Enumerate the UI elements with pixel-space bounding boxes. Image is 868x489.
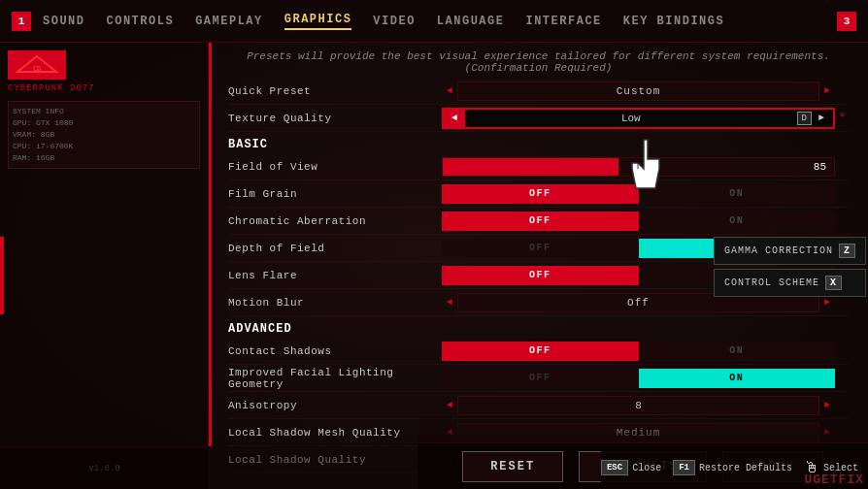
film-grain-row: Film Grain OFF ON (228, 180, 849, 208)
contact-shadows-label: Contact Shadows (228, 345, 442, 357)
anisotropy-prev[interactable]: ◄ (442, 400, 457, 410)
gamma-correction-button[interactable]: GAMMA CORRECTION Z (714, 237, 866, 265)
fov-row: Field of View 85 (228, 153, 849, 180)
left-sidebar: CD CYBERPUNK 2077 SYSTEM INFO GPU: GTX 1… (0, 43, 209, 489)
quick-preset-next[interactable]: ► (819, 85, 835, 96)
contact-shadows-off[interactable]: OFF (442, 342, 639, 361)
game-logo: CD (8, 50, 66, 80)
svg-text:CD: CD (33, 65, 41, 73)
film-grain-label: Film Grain (228, 188, 442, 200)
texture-value: Low (465, 113, 797, 124)
nav-item-sound[interactable]: SOUND (43, 15, 85, 28)
quick-preset-control: ◄ Custom ► (442, 81, 835, 102)
quick-preset-prev[interactable]: ◄ (442, 85, 457, 96)
lens-flare-label: Lens Flare (228, 270, 442, 281)
chromatic-control: OFF ON (442, 211, 835, 232)
control-scheme-button[interactable]: CONTROL SCHEME X (714, 269, 866, 297)
texture-quality-bar: ◄ Low D ► (442, 108, 835, 129)
version-info: v1.6.0 (88, 464, 119, 473)
motion-blur-label: Motion Blur (228, 297, 442, 309)
watermark: UGETFIX (804, 473, 864, 487)
facial-lighting-on[interactable]: ON (639, 369, 836, 388)
shadow-mesh-control: ◄ Medium ► (442, 422, 835, 443)
nav-item-video[interactable]: VIDEO (373, 15, 416, 28)
film-grain-off[interactable]: OFF (442, 184, 639, 204)
texture-quality-control: ◄ Low D ► (442, 108, 835, 129)
chromatic-toggle[interactable]: OFF ON (442, 212, 835, 231)
quick-preset-row: Quick Preset ◄ Custom ► (228, 78, 849, 105)
gamma-correction-key: Z (839, 244, 855, 258)
texture-next-btn[interactable]: ► (814, 113, 829, 123)
restore-key: F1 (673, 460, 695, 475)
nav-item-graphics[interactable]: GRAPHICS (284, 13, 352, 30)
sidebar-info-line: SYSTEM INFO (13, 106, 195, 117)
texture-key-group: D ► (797, 112, 833, 125)
sidebar-accent-bar (0, 237, 4, 314)
sidebar-info-line-5: RAM: 16GB (13, 152, 195, 164)
motion-blur-prev[interactable]: ◄ (442, 297, 457, 308)
dof-off[interactable]: OFF (442, 239, 639, 258)
close-key: ESC (601, 460, 628, 475)
anisotropy-next[interactable]: ► (819, 400, 835, 410)
close-label: Close (632, 463, 661, 473)
shadow-mesh-next[interactable]: ► (819, 427, 835, 438)
texture-quality-label: Texture Quality (228, 113, 442, 124)
select-label: Select (823, 463, 858, 473)
motion-blur-next[interactable]: ► (819, 297, 835, 308)
texture-prev-btn[interactable]: ◄ (444, 110, 465, 127)
sidebar-info-line-4: CPU: i7-8700K (13, 141, 195, 152)
shadow-mesh-value: Medium (457, 423, 819, 442)
nav-item-keybindings[interactable]: KEY BINDINGS (623, 15, 724, 28)
anisotropy-control: ◄ 8 ► (442, 395, 835, 416)
nav-item-language[interactable]: LANGUAGE (437, 15, 505, 28)
nav-item-controls[interactable]: CoNTROLS (107, 15, 175, 28)
section-basic: Basic (228, 132, 849, 153)
fov-label: Field of View (228, 161, 442, 173)
sidebar-title: CYBERPUNK 2077 (8, 83, 200, 93)
chromatic-label: Chromatic Aberration (228, 215, 442, 227)
section-advanced: Advanced (228, 316, 849, 338)
facial-lighting-row: Improved Facial Lighting Geometry OFF ON (228, 365, 849, 392)
facial-lighting-control: OFF ON (442, 368, 835, 389)
shadow-mesh-label: Local Shadow Mesh Quality (228, 427, 442, 439)
sidebar-info-line-3: VRAM: 8GB (13, 129, 195, 141)
chromatic-row: Chromatic Aberration OFF ON (228, 208, 849, 235)
fov-control: 85 (442, 156, 835, 178)
fov-slider[interactable]: 85 (442, 157, 835, 177)
nav-items: SOUND CoNTROLS GAMEPLAY GRAPHICS VIDEO L… (43, 13, 837, 30)
facial-lighting-toggle[interactable]: OFF ON (442, 369, 835, 388)
bottom-left-info: v1.6.0 (0, 446, 209, 489)
quick-preset-label: Quick Preset (228, 85, 442, 97)
nav-item-gameplay[interactable]: GAMEPLAY (195, 15, 263, 28)
chromatic-off[interactable]: OFF (442, 212, 639, 231)
quick-preset-value: Custom (457, 82, 819, 101)
facial-lighting-off[interactable]: OFF (442, 369, 639, 388)
gamma-correction-label: GAMMA CORRECTION (724, 245, 833, 256)
control-scheme-label: CONTROL SCHEME (724, 277, 819, 288)
anisotropy-label: Anisotropy (228, 400, 442, 411)
anisotropy-value: 8 (457, 396, 819, 415)
contact-shadows-toggle[interactable]: OFF ON (442, 342, 835, 361)
shadow-mesh-prev[interactable]: ◄ (442, 427, 457, 438)
restore-control: F1 Restore Defaults (673, 460, 792, 475)
preset-notice: Presets will provide the best visual exp… (209, 43, 868, 78)
reset-button[interactable]: RESET (462, 451, 563, 482)
contact-shadows-control: OFF ON (442, 341, 835, 362)
nav-bar: 1 SOUND CoNTROLS GAMEPLAY GRAPHICS VIDEO… (0, 0, 868, 43)
dof-label: Depth of Field (228, 243, 442, 254)
texture-key-d: D (797, 112, 812, 125)
nav-badge-left: 1 (12, 12, 31, 31)
fov-value: 85 (814, 161, 826, 173)
chromatic-on[interactable]: ON (639, 212, 836, 231)
film-grain-on[interactable]: ON (639, 184, 836, 204)
nav-badge-right: 3 (837, 12, 856, 31)
film-grain-toggle[interactable]: OFF ON (442, 184, 835, 204)
nav-item-interface[interactable]: INTERFACE (525, 15, 601, 28)
texture-quality-row: Texture Quality ◄ Low D ► * (228, 105, 849, 132)
restore-label: Restore Defaults (699, 463, 792, 473)
lens-flare-off[interactable]: OFF (442, 266, 639, 285)
texture-asterisk: * (839, 112, 849, 125)
contact-shadows-row: Contact Shadows OFF ON (228, 338, 849, 365)
film-grain-control: OFF ON (442, 183, 835, 205)
contact-shadows-on[interactable]: ON (639, 342, 836, 361)
